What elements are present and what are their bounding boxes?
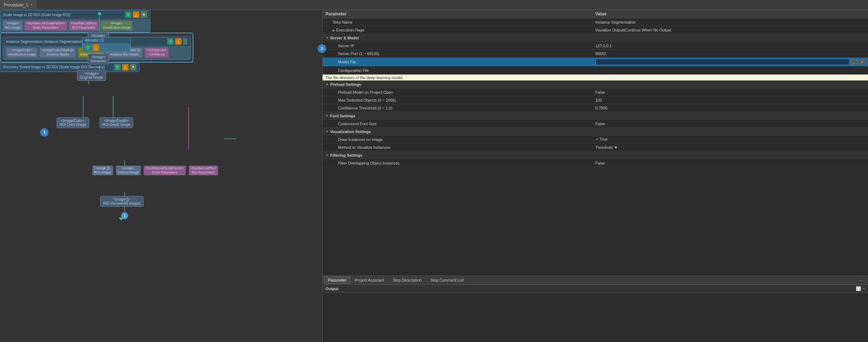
inst-collapse-btn[interactable] [183,38,187,45]
scale-up-btn[interactable]: △ [133,11,139,18]
draw-instances-label: Draw Instances on Image [326,137,595,142]
rec-input-roi-images: <Image []>ROI Images [92,166,113,175]
model-file-open-btn[interactable]: ↗ [859,59,865,65]
top-connector [97,11,102,15]
scale-collapse-btn[interactable]: ▼ [141,11,147,18]
recovery-node[interactable]: Recovery Scaled Image in 2D ROI (Scale I… [0,63,140,72]
confidence-value: 0.7000 [595,106,865,110]
inst-up-btn[interactable]: △ [175,38,182,45]
image-unnamed-2: <Image> Unnamed [88,54,109,64]
procedure-tab[interactable]: Procedure_1 × [0,0,37,10]
prop-section-vis[interactable]: ▼ Visualization Settings [323,128,868,136]
prop-confidence-threshold: Confidence Threshold (0 ~ 1.0) 0.7000 [323,104,868,112]
preload-model-label: Preload Model on Project Open [326,90,595,94]
model-file-input[interactable] [595,59,849,65]
prop-model-file[interactable]: Model File ... ↗ [323,58,868,67]
exec-flags-arrow: ▶ [333,29,335,32]
rec-collapse-btn[interactable]: ▼ [130,64,136,70]
scale-down-btn[interactable]: ▽ [125,11,131,18]
badge-1: 1 [40,128,49,137]
prop-config-file: Configuration File [323,67,868,74]
inst-port-masks: <Image/Color/Mask []>Instance Masks [40,48,76,57]
tab-step-description[interactable]: Step Description [389,277,426,284]
max-objects-label: Max Detected Objects (0 ~ 2000) [326,98,595,102]
recovery-inputs: <Image []>ROI Images <Image>Original Ima… [92,166,218,175]
vis-method-label: Method to Visualize Instances [326,145,595,150]
allocator-header: Allocator (1) [83,37,130,43]
vis-method-value[interactable]: Threshold ▼ [595,145,865,150]
font-size-label: Customized Font Size [326,122,595,126]
allocator-up-btn[interactable]: △ [93,44,99,51]
prop-vis-method[interactable]: Method to Visualize Instances Threshold … [323,143,868,151]
inst-port-vis: <Image/Color>Visualization Image [6,48,38,57]
allocator-down-btn[interactable]: ▽ [85,44,91,51]
scale-port-scale-params: <NumberList/ScaleParam>Scale Parameters [25,21,67,30]
canvas-area[interactable]: 1 <Image> Unnamed Allocator (1) ▽ △ <Ima… [0,10,322,342]
max-objects-value: 100 [595,98,865,102]
server-port-value: 56652 [595,52,865,56]
draw-instances-value: ✓ True [595,137,865,142]
recovery-header: Recovery Scaled Image in 2D ROI (Scale I… [0,63,139,72]
bottom-tabs: Parameter Project Assistant Step Descrip… [323,275,868,285]
prop-server-port: Server Port (1 ~ 65535) 56652 [323,50,868,58]
tab-label: Procedure_1 [4,3,28,8]
prop-section-server[interactable]: ▼ Server & Model [323,34,868,42]
prop-preload-model: Preload Model on Project Open False [323,88,868,96]
font-size-value: False [595,122,865,126]
prop-section-preload[interactable]: ▼ Preload Settings [323,80,868,88]
section-font-label: ▼ Font Settings [326,114,595,118]
tooltip-bar: The file directory of the deep learning … [323,74,868,80]
server-port-label: Server Port (1 ~ 65535) [326,52,595,56]
output-close-btn[interactable]: × [863,286,865,291]
bottom-connector [119,218,123,221]
rec-input-scale-params: <NumberList/ScaleParam>Scale Parameters [144,166,186,175]
exec-flags-label: ▶ Execution Flags [326,28,595,32]
prop-section-filter[interactable]: ▼ Filtering Settings [323,151,868,159]
inst-port-confidence: <NumberList>Confidence [145,48,169,57]
output-maximize-btn[interactable]: ⬜ [856,286,861,291]
confidence-label: Confidence Threshold (0 ~ 1.0) [326,106,595,110]
section-preload-label: ▼ Preload Settings [326,82,595,87]
prop-filter-overlap: Filter Overlapping Object Instances Fals… [323,159,868,167]
prop-table-header: Parameter Value [323,10,868,18]
rec-up-btn[interactable]: △ [122,64,129,70]
prop-section-font[interactable]: ▼ Font Settings [323,112,868,120]
model-file-value: ... ↗ [595,59,865,65]
preload-model-value: False [595,90,865,94]
section-server-label: ▼ Server & Model [326,36,595,40]
scale-image-header: Scale Image in 2D ROI (Scale Image ROI) … [0,10,150,19]
model-file-browse-btn[interactable]: ... [851,59,857,65]
server-collapse-arrow: ▼ [326,36,329,40]
tab-parameter[interactable]: Parameter [324,277,350,284]
allocator-node[interactable]: Allocator (1) ▽ △ [82,37,131,52]
tab-separator: — [857,277,867,283]
tab-step-comment-list[interactable]: Step Comment List [426,277,468,284]
scale-image-node[interactable]: Scale Image in 2D ROI (Scale Image ROI) … [0,10,150,33]
exec-flags-value: Visualize Output|Continue When No Output [595,28,865,32]
inst-down-btn[interactable]: ▽ [167,38,174,45]
filter-overlap-label: Filter Overlapping Object Instances [326,161,595,165]
output-content [323,293,868,342]
model-file-label: Model File [326,60,595,64]
right-panel: 2 Parameter Value Step Name Instance Seg… [322,10,868,342]
scale-ports: <Image>ROI Image <NumberList/ScaleParam>… [0,19,150,32]
config-file-label: Configuration File [326,68,595,73]
tab-project-assistant[interactable]: Project Assistant [351,277,388,284]
roi-color-image-node: <Image/Color> ROI Color Image [57,117,89,128]
value-col-header: Value [595,11,865,16]
server-ip-label: Server IP [326,44,595,48]
rec-down-btn[interactable]: ▽ [114,64,121,70]
allocator-body: ▽ △ [83,43,130,52]
roi-depth-image-node: <Image/Depth> ROI Depth Image [100,117,133,128]
properties-table: Parameter Value Step Name Instance Segme… [323,10,868,275]
rec-input-roi-params: <NumberList/Roi>ROI Parameters [189,166,218,175]
scale-port-vis-image: <Image>Visualization Image [101,21,132,30]
section-filter-label: ▼ Filtering Settings [326,153,595,157]
step-name-label: Step Name [326,20,595,24]
prop-exec-flags[interactable]: ▶ Execution Flags Visualize Output|Conti… [323,26,868,34]
badge-2: 2 [318,44,326,53]
tab-close-icon[interactable]: × [30,3,33,7]
rec-input-orig-image: <Image>Original Image [116,166,141,175]
output-panel-header: Output ⬜ × [323,285,868,293]
section-vis-label: ▼ Visualization Settings [326,130,595,134]
